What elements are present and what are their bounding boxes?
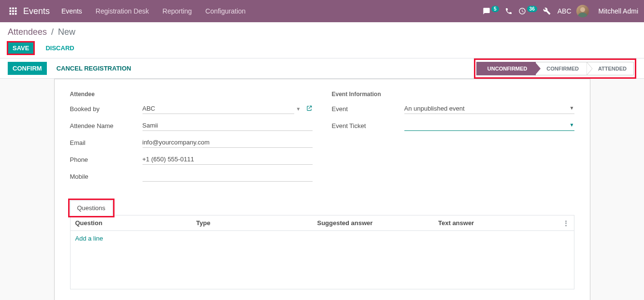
event-info-column: Event Information Event ▼ Event Ticket ▼ <box>332 91 574 187</box>
mobile-label: Mobile <box>70 173 143 180</box>
attendee-name-label: Attendee Name <box>70 122 143 129</box>
user-menu[interactable]: Mitchell Admi <box>599 7 638 15</box>
phone-icon[interactable] <box>505 7 513 15</box>
event-label: Event <box>332 105 404 113</box>
top-navbar: Events Events Registration Desk Reportin… <box>0 0 644 22</box>
phone-input[interactable] <box>143 154 313 165</box>
chevron-down-icon[interactable]: ▼ <box>570 122 574 128</box>
control-panel: Attendees / New Save Discard <box>0 22 644 58</box>
svg-rect-3 <box>10 10 12 12</box>
breadcrumb-root[interactable]: Attendees <box>8 27 47 37</box>
col-suggested-answer: Suggested answer <box>317 219 439 227</box>
add-line-button[interactable]: Add a line <box>71 231 574 246</box>
col-type: Type <box>196 219 317 227</box>
attendee-column: Attendee Booked by ▼ Attendee Name <box>70 91 313 187</box>
booked-by-input[interactable] <box>143 103 294 114</box>
section-event-info: Event Information <box>332 91 574 98</box>
email-label: Email <box>70 139 143 146</box>
kebab-menu-icon[interactable]: ⋮ <box>559 219 569 227</box>
questions-table-header: Question Type Suggested answer Text answ… <box>71 215 574 231</box>
svg-rect-0 <box>10 8 12 10</box>
statusbar-highlight: Unconfirmed Confirmed Attended <box>474 58 636 79</box>
form-sheet: Attendee Booked by ▼ Attendee Name <box>54 79 590 300</box>
svg-rect-8 <box>15 13 17 15</box>
event-input[interactable] <box>404 103 574 114</box>
tabs-notebook: Questions Question Type Suggested answer… <box>70 200 574 289</box>
activities-menu[interactable]: 36 <box>518 7 537 15</box>
status-stage-attended[interactable]: Attended <box>587 62 634 75</box>
status-stage-unconfirmed[interactable]: Unconfirmed <box>476 62 536 75</box>
cancel-registration-button[interactable]: Cancel Registration <box>52 62 136 75</box>
statusbar: Unconfirmed Confirmed Attended <box>476 61 634 76</box>
save-button[interactable]: Save <box>8 42 34 54</box>
breadcrumb-current: New <box>58 27 75 37</box>
activities-badge: 36 <box>527 6 537 12</box>
svg-marker-12 <box>587 62 592 75</box>
attendee-name-input[interactable] <box>143 120 313 131</box>
debug-menu-icon[interactable] <box>543 7 551 15</box>
nav-item-configuration[interactable]: Configuration <box>205 7 245 15</box>
company-selector[interactable]: ABC <box>558 7 572 15</box>
nav-item-reporting[interactable]: Reporting <box>162 7 192 15</box>
mobile-input[interactable] <box>143 171 313 182</box>
status-stage-confirmed[interactable]: Confirmed <box>536 62 587 75</box>
confirm-button[interactable]: Confirm <box>8 62 47 75</box>
apps-menu-button[interactable] <box>6 4 20 18</box>
chevron-down-icon[interactable]: ▼ <box>570 105 574 111</box>
svg-rect-1 <box>12 8 14 10</box>
phone-label: Phone <box>70 156 143 163</box>
email-input[interactable] <box>143 137 313 148</box>
chevron-down-icon[interactable]: ▼ <box>296 106 301 112</box>
messaging-menu[interactable]: 5 <box>483 7 499 15</box>
svg-point-9 <box>580 7 585 12</box>
svg-rect-5 <box>15 10 17 12</box>
sheet-background: Attendee Booked by ▼ Attendee Name <box>0 79 644 300</box>
svg-rect-7 <box>12 13 14 15</box>
col-text-answer: Text answer <box>438 219 559 227</box>
nav-item-registration-desk[interactable]: Registration Desk <box>96 7 149 15</box>
event-ticket-input[interactable] <box>404 120 574 131</box>
event-ticket-label: Event Ticket <box>332 122 404 129</box>
discard-button[interactable]: Discard <box>41 42 79 54</box>
messaging-badge: 5 <box>491 6 499 12</box>
svg-rect-2 <box>15 8 17 10</box>
svg-marker-11 <box>535 62 541 75</box>
col-question: Question <box>75 219 197 227</box>
avatar[interactable] <box>576 5 589 17</box>
app-brand[interactable]: Events <box>23 6 50 16</box>
statusbar-row: Confirm Cancel Registration Unconfirmed … <box>0 58 644 79</box>
breadcrumb: Attendees / New <box>8 27 636 37</box>
svg-rect-4 <box>12 10 14 12</box>
section-attendee: Attendee <box>70 91 313 98</box>
booked-by-label: Booked by <box>70 105 143 113</box>
svg-rect-6 <box>10 13 12 15</box>
external-link-icon[interactable] <box>306 105 313 113</box>
tab-questions-content: Question Type Suggested answer Text answ… <box>70 215 574 289</box>
tab-questions[interactable]: Questions <box>70 200 113 215</box>
nav-item-events[interactable]: Events <box>61 7 82 15</box>
svg-point-10 <box>578 13 587 17</box>
